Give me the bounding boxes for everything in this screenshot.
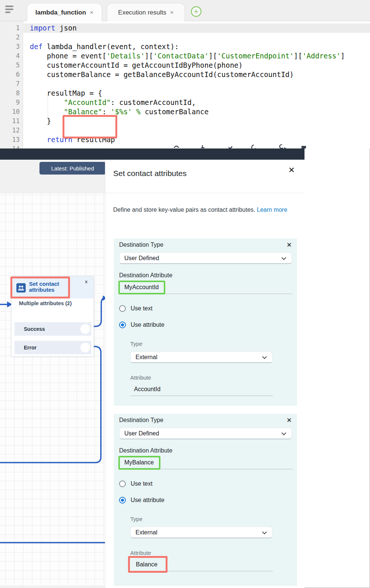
destination-attribute-input[interactable]: MyAccountId [119, 283, 293, 294]
flow-canvas[interactable]: Latest: Published Set co [0, 160, 105, 588]
editor-tab-bar: lambda_function × Execution results × + [0, 0, 370, 21]
panel-divider [105, 193, 304, 193]
radio-label: Use text [131, 480, 153, 487]
line-number: 13 [5, 135, 20, 144]
panel-description: Define and store key-value pairs as cont… [113, 205, 293, 215]
set-contact-attributes-panel: Set contact attributes ✕ Define and stor… [105, 160, 304, 588]
code-editor[interactable]: 1234567891011121314 import jsondef lambd… [0, 21, 370, 148]
radio-icon[interactable] [119, 322, 126, 328]
destination-type-label: Destination Type [119, 242, 163, 248]
type-value: External [135, 354, 157, 360]
code-line: "AccountId": customerAccountId, [23, 98, 370, 107]
line-number: 1 [5, 23, 20, 33]
branch-success[interactable]: Success [15, 322, 91, 336]
line-number: 11 [5, 116, 20, 126]
flow-block-close[interactable]: x [85, 279, 88, 284]
flow-block-summary: Multiple attributes (2) [19, 300, 72, 306]
code-line: customerAccountId = getAccountIdByPhone(… [23, 61, 370, 70]
code-highlight-box [63, 115, 117, 138]
flow-block-set-contact-attributes[interactable]: Set contact attributes x Multiple attrib… [11, 276, 94, 357]
destination-attribute-input[interactable]: MyBalance [119, 458, 293, 469]
line-number: 4 [5, 51, 20, 61]
code-line: customerBalance = getBalanceByAccountId(… [23, 70, 370, 79]
chevron-down-icon [262, 354, 267, 359]
line-number: 8 [5, 89, 20, 98]
flow-block-highlight-box [10, 277, 70, 298]
destination-attribute-value: MyBalance [124, 459, 154, 466]
section-close-icon[interactable]: ✕ [287, 417, 292, 424]
code-line: import json [23, 23, 370, 33]
use-text-radio[interactable]: Use text [119, 480, 292, 487]
chevron-down-icon [281, 431, 286, 435]
line-number: 10 [5, 107, 20, 116]
attribute-input[interactable]: Balance [130, 560, 273, 571]
type-select[interactable]: External [130, 527, 272, 538]
success-connection-port[interactable] [80, 324, 90, 334]
flow-connectors [0, 160, 105, 588]
attribute-label: Attribute [130, 374, 292, 381]
line-number: 14 [5, 144, 20, 148]
radio-label: Use attribute [131, 322, 165, 328]
panel-close-icon[interactable]: ✕ [288, 166, 295, 175]
use-text-radio[interactable]: Use text [119, 305, 292, 312]
use-attribute-radio[interactable]: Use attribute [119, 322, 292, 328]
radio-icon[interactable] [119, 480, 126, 487]
branch-error[interactable]: Error [15, 341, 91, 354]
line-number: 6 [5, 70, 20, 79]
description-text: Define and store key-value pairs as cont… [113, 207, 257, 213]
code-line: resultMap = { [23, 89, 370, 98]
destination-type-select[interactable]: User Defined [119, 428, 292, 439]
attribute-label: Attribute [130, 550, 292, 556]
radio-icon[interactable] [119, 497, 126, 504]
chevron-down-icon [262, 530, 267, 534]
radio-icon[interactable] [119, 305, 126, 312]
attribute-value: AccountId [134, 386, 160, 392]
code-line [23, 33, 370, 42]
destination-type-value: User Defined [124, 255, 159, 261]
code-line: def lambda_handler(event, context): [23, 42, 370, 51]
editor-menu-icon[interactable] [5, 6, 15, 15]
new-tab-button[interactable]: + [191, 6, 201, 17]
tab-execution-results[interactable]: Execution results × [107, 3, 185, 22]
attribute-section: Destination Type ✕ User Defined Destinat… [114, 239, 297, 406]
tab-label: lambda_function [35, 9, 86, 16]
use-attribute-radio[interactable]: Use attribute [119, 497, 292, 504]
destination-attribute-label: Destination Attribute [119, 272, 292, 279]
cropped-toolbar-bar [0, 148, 304, 160]
line-number: 12 [5, 126, 20, 135]
line-number-gutter: 1234567891011121314 [0, 21, 23, 148]
branch-label: Error [24, 345, 36, 351]
destination-attribute-value: MyAccountId [124, 284, 159, 290]
code-line [23, 79, 370, 89]
line-number: 5 [5, 61, 20, 70]
code-line: phone = event['Details']['ContactData'][… [23, 51, 370, 61]
tab-label: Execution results [118, 9, 166, 16]
destination-type-label: Destination Type [119, 417, 163, 424]
attribute-section: Destination Type ✕ User Defined Destinat… [114, 414, 297, 586]
section-close-icon[interactable]: ✕ [287, 242, 292, 249]
error-connection-port[interactable] [80, 343, 90, 352]
cropped-toolbar-icon-fragments [173, 144, 307, 148]
screenshot-root: lambda_function × Execution results × + … [0, 0, 370, 588]
line-number: 7 [5, 79, 20, 89]
line-number: 3 [5, 42, 20, 51]
panel-title: Set contact attributes [113, 169, 186, 178]
type-value: External [135, 529, 157, 536]
line-number: 2 [5, 33, 20, 42]
chevron-down-icon [281, 255, 286, 260]
tab-close-icon[interactable]: × [170, 9, 174, 16]
type-label: Type [130, 516, 292, 522]
tab-lambda-function[interactable]: lambda_function × [27, 3, 102, 22]
destination-type-select[interactable]: User Defined [119, 252, 292, 264]
branch-label: Success [24, 326, 45, 332]
destination-attribute-label: Destination Attribute [119, 447, 292, 454]
attribute-input[interactable]: AccountId [130, 385, 273, 396]
tab-close-icon[interactable]: × [90, 9, 93, 16]
learn-more-link[interactable]: Learn more [257, 207, 287, 213]
attribute-value: Balance [136, 561, 157, 568]
type-label: Type [130, 341, 292, 347]
radio-label: Use text [131, 305, 153, 312]
destination-type-value: User Defined [124, 430, 159, 437]
type-select[interactable]: External [130, 351, 272, 363]
line-number: 9 [5, 98, 20, 107]
